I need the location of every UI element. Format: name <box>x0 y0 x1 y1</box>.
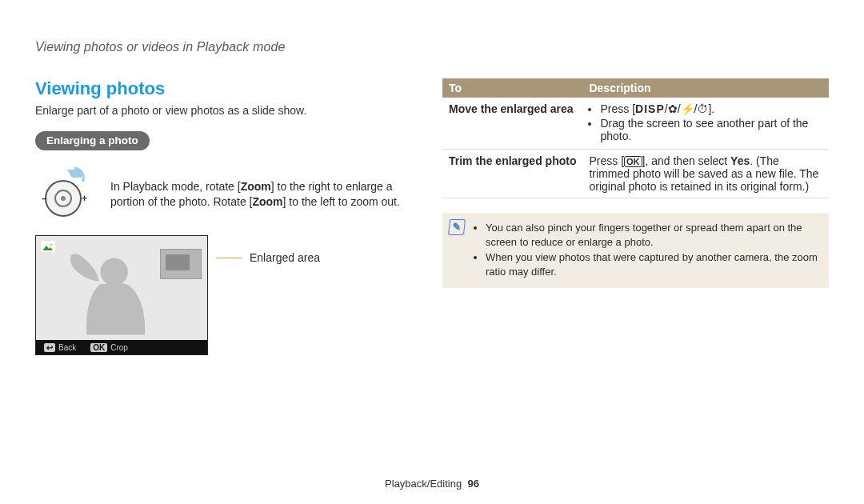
left-column: Viewing photos Enlarge part of a photo o… <box>35 78 422 355</box>
manual-page: Viewing photos or videos in Playback mod… <box>0 0 864 504</box>
back-control: ↩Back <box>44 343 76 352</box>
svg-point-7 <box>50 243 53 246</box>
svg-text:+: + <box>82 193 87 204</box>
text: In Playback mode, rotate [ <box>110 180 241 193</box>
text: ], and then select <box>642 154 731 167</box>
zoom-dial-icon: – + <box>35 165 99 224</box>
screenshot-bottom-bar: ↩Back OKCrop <box>36 340 207 354</box>
svg-point-8 <box>100 258 127 286</box>
enlarged-area-map <box>160 249 202 279</box>
text: ] to the left to zoom out. <box>283 195 400 208</box>
running-header: Viewing photos or videos in Playback mod… <box>35 40 829 54</box>
row-description: Press [DISP/✿/⚡/⏱]. Drag the screen to s… <box>582 98 829 150</box>
section-title: Viewing photos <box>35 78 422 99</box>
note-bullet: You can also pinch your fingers together… <box>486 221 819 249</box>
right-column: To Description Move the enlarged area Pr… <box>442 78 829 355</box>
row-action: Move the enlarged area <box>442 98 582 150</box>
page-number: 96 <box>467 478 478 490</box>
back-key-icon: ↩ <box>44 343 55 352</box>
yes-label: Yes <box>730 154 750 167</box>
row-description: Press [OK], and then select Yes. (The tr… <box>582 150 829 198</box>
text: Press [ <box>600 102 635 115</box>
bullet: Press [DISP/✿/⚡/⏱]. <box>600 102 822 115</box>
description-table: To Description Move the enlarged area Pr… <box>442 78 829 198</box>
macro-icon: ✿ <box>668 102 678 115</box>
subsection-pill: Enlarging a photo <box>35 131 150 150</box>
table-header-description: Description <box>582 78 829 98</box>
timer-icon: ⏱ <box>697 102 708 115</box>
screenshot-with-callout: ↩Back OKCrop Enlarged area <box>35 235 422 355</box>
svg-text:–: – <box>42 193 47 204</box>
page-footer: Playback/Editing 96 <box>0 478 864 490</box>
back-label: Back <box>58 343 76 352</box>
note-box: ✎ You can also pinch your fingers togeth… <box>442 213 829 288</box>
table-header-to: To <box>442 78 582 98</box>
section-lead: Enlarge part of a photo or view photos a… <box>35 104 422 117</box>
person-silhouette <box>52 250 164 342</box>
ok-key-icon: OK <box>90 343 107 352</box>
footer-section: Playback/Editing <box>385 478 462 490</box>
flash-icon: ⚡ <box>681 102 694 115</box>
enlarged-area-indicator <box>166 254 190 270</box>
callout: Enlarged area <box>216 251 320 264</box>
note-icon: ✎ <box>448 219 466 235</box>
note-bullet: When you view photos that were captured … <box>486 250 819 278</box>
table-row: Trim the enlarged photo Press [OK], and … <box>442 150 829 198</box>
zoom-instruction-row: – + In Playback mode, rotate [Zoom] to t… <box>35 165 422 224</box>
callout-label: Enlarged area <box>250 251 320 264</box>
two-column-layout: Viewing photos Enlarge part of a photo o… <box>35 78 829 355</box>
camera-screenshot: ↩Back OKCrop <box>35 235 208 355</box>
bullet: Drag the screen to see another part of t… <box>600 117 822 142</box>
callout-leader-line <box>216 258 242 258</box>
crop-control: OKCrop <box>90 343 128 352</box>
row-action: Trim the enlarged photo <box>442 150 582 198</box>
table-row: Move the enlarged area Press [DISP/✿/⚡/⏱… <box>442 98 829 150</box>
text: ]. <box>708 102 714 115</box>
ok-key-icon: OK <box>624 156 642 167</box>
disp-key-icon: DISP <box>635 102 665 115</box>
crop-label: Crop <box>110 343 128 352</box>
zoom-instruction-text: In Playback mode, rotate [Zoom] to the r… <box>110 179 422 210</box>
zoom-keyword: Zoom <box>252 195 282 208</box>
zoom-keyword: Zoom <box>241 180 271 193</box>
text: Press [ <box>589 154 624 167</box>
svg-point-2 <box>61 196 66 201</box>
